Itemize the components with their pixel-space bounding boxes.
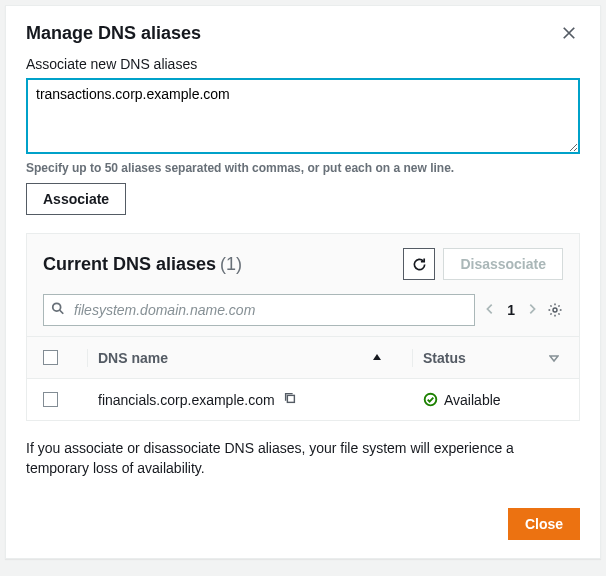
search-wrap	[43, 294, 475, 326]
warning-text: If you associate or disassociate DNS ali…	[26, 439, 580, 478]
alias-textarea[interactable]	[26, 78, 580, 154]
status-text: Available	[444, 392, 501, 408]
select-all-checkbox[interactable]	[43, 350, 58, 365]
dialog-title: Manage DNS aliases	[26, 23, 201, 44]
sort-none-icon	[549, 350, 559, 366]
next-page[interactable]	[527, 302, 537, 318]
pagination: 1	[485, 302, 537, 318]
prev-page[interactable]	[485, 302, 495, 318]
sort-asc-icon	[372, 350, 382, 366]
alias-hint: Specify up to 50 aliases separated with …	[26, 161, 580, 175]
svg-rect-2	[287, 395, 294, 402]
panel-actions: Disassociate	[403, 248, 563, 280]
alias-name: financials.corp.example.com	[98, 392, 275, 408]
alias-table: DNS name Status	[27, 336, 579, 420]
status-badge: Available	[423, 392, 501, 408]
column-header-name[interactable]: DNS name	[98, 350, 412, 366]
current-aliases-panel: Current DNS aliases (1) Disassociate	[26, 233, 580, 421]
manage-dns-aliases-dialog: Manage DNS aliases Associate new DNS ali…	[5, 5, 601, 559]
column-name-label: DNS name	[98, 350, 364, 366]
svg-point-1	[553, 308, 557, 312]
panel-toolbar: 1	[27, 294, 579, 336]
table-row: financials.corp.example.com Available	[27, 378, 579, 420]
search-icon	[51, 302, 65, 319]
associate-label: Associate new DNS aliases	[26, 56, 580, 72]
panel-header: Current DNS aliases (1) Disassociate	[27, 234, 579, 294]
dialog-body: Associate new DNS aliases Specify up to …	[6, 56, 600, 494]
search-input[interactable]	[43, 294, 475, 326]
gear-icon	[547, 302, 563, 318]
refresh-icon	[412, 257, 427, 272]
associate-button[interactable]: Associate	[26, 183, 126, 215]
check-circle-icon	[423, 392, 438, 407]
svg-point-0	[53, 303, 61, 311]
column-header-status[interactable]: Status	[423, 350, 563, 366]
row-checkbox[interactable]	[43, 392, 58, 407]
chevron-right-icon	[527, 303, 537, 315]
refresh-button[interactable]	[403, 248, 435, 280]
disassociate-button[interactable]: Disassociate	[443, 248, 563, 280]
copy-icon[interactable]	[283, 391, 297, 408]
settings-button[interactable]	[547, 302, 563, 318]
panel-title: Current DNS aliases	[43, 254, 216, 274]
page-number: 1	[507, 302, 515, 318]
close-button[interactable]: Close	[508, 508, 580, 540]
dialog-footer: Close	[6, 494, 600, 558]
column-status-label: Status	[423, 350, 543, 366]
dialog-header: Manage DNS aliases	[6, 6, 600, 56]
close-icon[interactable]	[558, 22, 580, 44]
chevron-left-icon	[485, 303, 495, 315]
panel-count: (1)	[220, 254, 242, 274]
table-header: DNS name Status	[27, 336, 579, 378]
panel-title-wrap: Current DNS aliases (1)	[43, 254, 242, 275]
